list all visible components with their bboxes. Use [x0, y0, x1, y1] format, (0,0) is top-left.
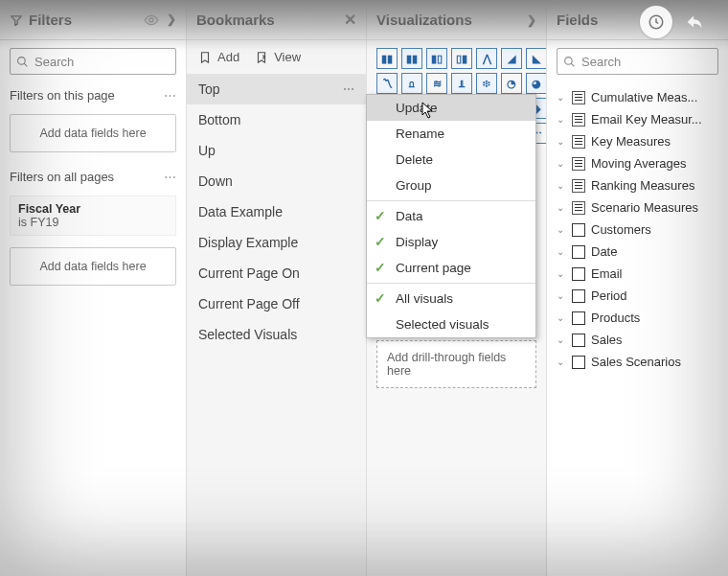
chevron-down-icon: ⌄ — [557, 202, 566, 213]
menu-item-label: Update — [396, 101, 438, 115]
viz-type-rib[interactable]: ≋ — [426, 73, 447, 94]
field-table-row[interactable]: ⌄Sales — [547, 329, 728, 351]
bookmark-label: Selected Visuals — [198, 327, 297, 342]
field-table-row[interactable]: ⌄Moving Averages — [547, 152, 728, 174]
menu-item-rename[interactable]: Rename — [367, 121, 535, 147]
filters-all-pages-well[interactable]: Add data fields here — [10, 247, 176, 286]
menu-item-data[interactable]: ✓Data — [367, 203, 535, 229]
bookmarks-add-button[interactable]: Add — [198, 50, 239, 64]
chevron-down-icon: ⌄ — [557, 246, 566, 257]
field-name: Period — [591, 288, 718, 303]
bookmark-item[interactable]: Selected Visuals — [187, 319, 366, 350]
filters-pane: Filters ❯ Search Filters on this page ⋯ … — [0, 0, 187, 576]
chevron-down-icon: ⌄ — [557, 224, 566, 235]
bookmark-item[interactable]: Up — [187, 135, 366, 166]
chevron-down-icon: ⌄ — [557, 334, 566, 345]
chevron-down-icon: ⌄ — [557, 290, 566, 301]
viz-type-lin2[interactable]: 〽 — [376, 73, 398, 94]
bookmark-item[interactable]: Top⋯ — [187, 74, 366, 104]
field-table-row[interactable]: ⌄Email Key Measur... — [547, 108, 728, 130]
measure-group-icon — [572, 157, 585, 171]
fields-search-input[interactable]: Search — [557, 48, 718, 75]
svg-point-2 — [18, 57, 26, 64]
viz-type-sca[interactable]: ፨ — [476, 73, 497, 94]
viz-type-area[interactable]: ◢ — [501, 48, 522, 69]
bookmark-label: Bottom — [198, 112, 240, 127]
bookmarks-list: Top⋯BottomUpDownData ExampleDisplay Exam… — [187, 74, 366, 350]
field-name: Sales — [591, 333, 718, 347]
filters-title: Filters — [29, 12, 72, 28]
menu-item-label: All visuals — [396, 291, 453, 306]
filters-this-page-well[interactable]: Add data fields here — [10, 114, 176, 152]
field-table-row[interactable]: ⌄Cumulative Meas... — [547, 86, 728, 108]
bookmark-item[interactable]: Current Page On — [187, 258, 366, 288]
field-table-row[interactable]: ⌄Products — [547, 307, 728, 329]
measure-group-icon — [572, 201, 585, 215]
eye-icon[interactable] — [144, 12, 159, 28]
filters-all-pages-label: Filters on all pages — [10, 170, 164, 184]
more-icon[interactable]: ⋯ — [343, 82, 354, 96]
field-table-row[interactable]: ⌄Ranking Measures — [547, 174, 728, 196]
drill-well[interactable]: Add drill-through fields here — [376, 340, 536, 388]
viz-type-arl[interactable]: ⩍ — [401, 73, 422, 94]
viz-type-scol[interactable]: ▯▮ — [451, 48, 472, 69]
viz-type-pie[interactable]: ◔ — [501, 73, 522, 94]
menu-item-label: Rename — [396, 127, 444, 141]
measure-group-icon — [572, 135, 585, 149]
menu-item-selected-visuals[interactable]: Selected visuals — [367, 311, 535, 337]
history-icon[interactable] — [640, 6, 672, 38]
menu-item-all-visuals[interactable]: ✓All visuals — [367, 286, 535, 311]
field-name: Date — [591, 244, 718, 259]
field-table-row[interactable]: ⌄Sales Scenarios — [547, 351, 728, 373]
menu-item-label: Display — [396, 235, 438, 249]
chevron-down-icon: ⌄ — [557, 92, 566, 103]
menu-item-display[interactable]: ✓Display — [367, 229, 535, 255]
close-icon[interactable]: ✕ — [344, 11, 356, 29]
viz-type-don[interactable]: ◕ — [526, 73, 547, 94]
field-name: Customers — [591, 222, 718, 237]
collapse-icon[interactable]: ❯ — [167, 12, 176, 28]
filters-search-input[interactable]: Search — [10, 48, 176, 75]
field-table-row[interactable]: ⌄Email — [547, 263, 728, 285]
field-table-row[interactable]: ⌄Key Measures — [547, 130, 728, 152]
menu-item-label: Delete — [396, 152, 433, 167]
filter-card[interactable]: Fiscal Year is FY19 — [10, 196, 176, 236]
field-table-row[interactable]: ⌄Period — [547, 285, 728, 307]
bookmark-item[interactable]: Display Example — [187, 227, 366, 258]
field-table-row[interactable]: ⌄Date — [547, 241, 728, 263]
viz-type-line[interactable]: ⋀ — [476, 48, 497, 69]
menu-item-update[interactable]: Update — [367, 95, 535, 121]
share-icon[interactable] — [678, 6, 711, 38]
field-name: Products — [591, 311, 718, 325]
check-icon: ✓ — [375, 234, 386, 249]
menu-item-group[interactable]: Group — [367, 173, 535, 198]
field-name: Moving Averages — [591, 156, 718, 171]
svg-point-3 — [565, 57, 573, 64]
viz-type-bar[interactable]: ▮▮ — [376, 48, 398, 69]
bookmarks-view-button[interactable]: View — [255, 50, 301, 64]
bookmark-item[interactable]: Down — [187, 166, 366, 196]
menu-item-label: Group — [396, 178, 432, 193]
viz-type-col[interactable]: ▮▮ — [401, 48, 422, 69]
bookmark-item[interactable]: Data Example — [187, 196, 366, 227]
bookmark-item[interactable]: Current Page Off — [187, 288, 366, 319]
chevron-down-icon: ⌄ — [557, 312, 566, 323]
more-icon[interactable]: ⋯ — [164, 170, 176, 184]
viz-type-sar[interactable]: ◣ — [526, 48, 547, 69]
bookmark-item[interactable]: Bottom — [187, 104, 366, 135]
menu-item-delete[interactable]: Delete — [367, 147, 535, 173]
field-table-row[interactable]: ⌄Customers — [547, 219, 728, 241]
collapse-icon[interactable]: ❯ — [527, 13, 536, 27]
more-icon[interactable]: ⋯ — [164, 88, 176, 103]
chevron-down-icon: ⌄ — [557, 180, 566, 191]
field-table-row[interactable]: ⌄Scenario Measures — [547, 196, 728, 219]
menu-item-label: Selected visuals — [396, 317, 489, 332]
table-icon — [572, 289, 585, 303]
bookmark-label: Data Example — [198, 204, 283, 219]
viz-type-sbar[interactable]: ▮▯ — [426, 48, 447, 69]
chevron-down-icon: ⌄ — [557, 268, 566, 279]
menu-item-current-page[interactable]: ✓Current page — [367, 255, 535, 281]
viz-type-wat[interactable]: ⫫ — [451, 73, 472, 94]
bookmark-label: Up — [198, 143, 216, 158]
field-name: Key Measures — [591, 134, 718, 149]
